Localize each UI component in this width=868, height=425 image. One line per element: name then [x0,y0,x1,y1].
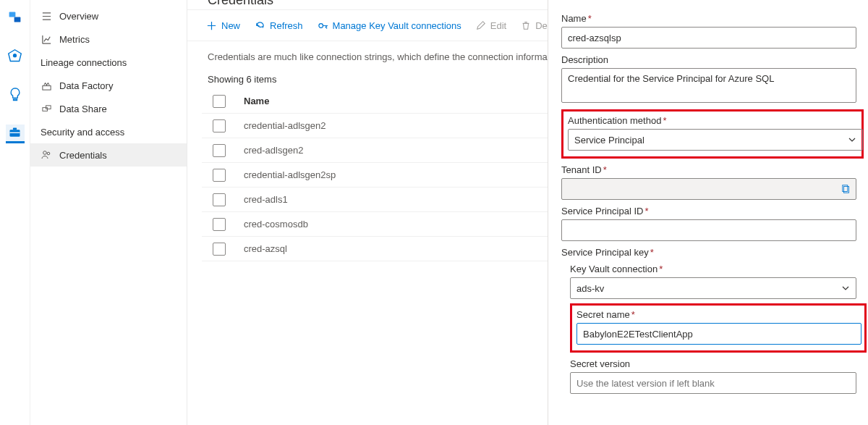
checkbox[interactable] [213,119,226,132]
svg-point-3 [13,54,17,57]
sidebar-item-label: Data Factory [59,80,113,91]
toolbar-refresh[interactable]: Refresh [255,20,303,31]
checkbox-all[interactable] [213,95,226,108]
sidebar-item-label: Credentials [59,150,107,161]
copy-icon[interactable] [841,184,851,194]
sidebar: Overview Metrics Lineage connections Dat… [30,0,187,425]
name-input[interactable] [561,27,856,49]
toolbar-label: Edit [490,20,506,31]
rail-map-icon[interactable] [6,46,25,65]
refresh-icon [255,20,265,31]
sidebar-item-metrics[interactable]: Metrics [30,28,187,51]
sp-id-label: Service Principal ID* [561,206,864,216]
svg-point-11 [47,152,50,155]
toolbar-label: Refresh [270,20,303,31]
checkbox[interactable] [213,218,226,231]
main-content: Credentials New Refresh Manage Key Vault… [187,0,868,425]
plus-icon [206,20,217,31]
delete-icon [521,20,531,30]
svg-rect-5 [13,128,17,130]
sidebar-item-label: Data Share [59,104,107,114]
sidebar-item-data-factory[interactable]: Data Factory [30,74,187,97]
chevron-down-icon [841,284,850,293]
toolbar-edit: Edit [476,20,506,31]
factory-icon [41,80,52,91]
kv-connection-value: ads-kv [576,283,604,294]
toolbar-label: New [221,20,240,31]
svg-point-10 [43,151,47,155]
description-input[interactable]: Credential for the Service Principal for… [561,68,856,103]
toolbar-manage-keyvault[interactable]: Manage Key Vault connections [318,20,461,31]
sp-key-label: Service Principal key* [561,247,864,258]
checkbox[interactable] [213,193,226,206]
checkbox[interactable] [213,243,226,256]
rail-sources-icon[interactable] [6,7,25,26]
rail-insights-icon[interactable] [6,85,25,104]
sidebar-item-overview[interactable]: Overview [30,4,187,28]
auth-method-label: Authentication method* [568,115,857,126]
secret-highlight: Secret name* [570,303,867,353]
new-credential-panel: Name* Description Credential for the Ser… [548,0,868,425]
checkbox[interactable] [213,144,226,157]
svg-rect-0 [9,12,16,17]
auth-highlight: Authentication method* Service Principal [561,109,864,159]
kv-connection-label: Key Vault connection* [570,264,864,274]
key-icon [318,20,328,31]
chart-icon [41,33,52,45]
sidebar-item-label: Metrics [59,34,90,45]
share-icon [41,103,52,114]
checkbox[interactable] [213,169,226,182]
sidebar-section-lineage: Lineage connections [30,51,187,74]
svg-rect-6 [10,132,20,133]
sidebar-item-credentials[interactable]: Credentials [30,143,187,167]
description-label: Description [561,54,864,65]
auth-method-value: Service Principal [574,135,644,146]
sidebar-item-label: Overview [59,11,98,22]
secret-version-label: Secret version [570,358,864,369]
tenant-id-input [561,178,856,200]
tenant-id-label: Tenant ID* [561,164,864,175]
secret-version-input[interactable] [570,372,856,394]
name-label: Name* [561,13,864,24]
secret-name-label: Secret name* [576,309,860,320]
toolbar-new[interactable]: New [206,20,240,31]
svg-point-12 [318,23,323,28]
chevron-down-icon [848,135,856,144]
svg-rect-1 [14,17,21,22]
rail-management-icon[interactable] [6,125,25,143]
people-icon [41,149,52,161]
toolbar-label: Manage Key Vault connections [333,20,461,31]
sidebar-section-security: Security and access [30,120,187,143]
auth-method-select[interactable]: Service Principal [568,129,863,151]
edit-icon [476,20,486,30]
sidebar-item-data-share[interactable]: Data Share [30,97,187,120]
svg-rect-7 [42,85,50,90]
list-icon [41,10,52,22]
kv-connection-select[interactable]: ads-kv [570,277,856,299]
sp-id-input[interactable] [561,219,856,241]
secret-name-input[interactable] [576,323,861,345]
